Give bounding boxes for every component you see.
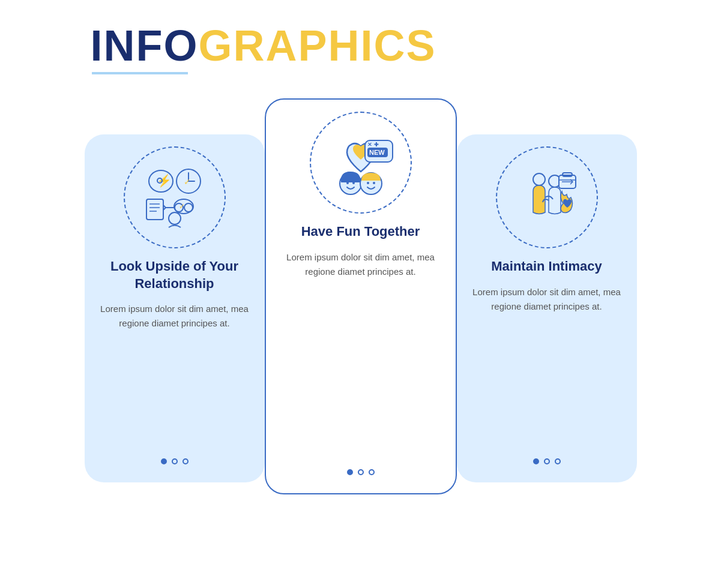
svg-text:✓: ✓ — [184, 177, 191, 187]
title-underline — [92, 72, 188, 74]
card3-icon — [508, 158, 586, 236]
card1-icon: ⚡ ✓ ✓ — [136, 158, 214, 236]
svg-point-20 — [346, 182, 349, 184]
svg-rect-5 — [146, 199, 163, 220]
dot-3 — [183, 458, 189, 464]
svg-point-24 — [373, 182, 375, 184]
svg-text:✓: ✓ — [179, 202, 185, 211]
card-look-upside: ⚡ ✓ ✓ — [85, 134, 265, 482]
dot-2 — [172, 458, 178, 464]
svg-text:NEW: NEW — [369, 149, 385, 156]
dot-1 — [347, 469, 353, 475]
svg-point-25 — [533, 173, 545, 185]
svg-point-14 — [169, 212, 181, 224]
title-graphics: GRAPHICS — [198, 22, 436, 70]
card-have-fun: ✕ ✚ NEW — [265, 98, 457, 494]
dot-3 — [555, 458, 561, 464]
card3-icon-circle — [496, 146, 598, 248]
page-header: INFOGRAPHICS — [91, 24, 631, 74]
card2-dots — [347, 469, 375, 475]
dot-1 — [161, 458, 167, 464]
dot-1 — [533, 458, 539, 464]
title-info: INFO — [91, 22, 199, 70]
dot-2 — [544, 458, 550, 464]
svg-point-12 — [184, 203, 193, 212]
card2-icon-circle: ✕ ✚ NEW — [310, 112, 412, 214]
card-maintain-intimacy: Maintain Intimacy Lorem ipsum dolor sit … — [457, 134, 637, 482]
dot-2 — [358, 469, 364, 475]
card3-title: Maintain Intimacy — [491, 258, 602, 275]
card2-icon: ✕ ✚ NEW — [322, 124, 400, 202]
cards-container: ⚡ ✓ ✓ — [31, 98, 691, 494]
card2-body: Lorem ipsum dolor sit dim amet, mea regi… — [280, 250, 441, 279]
svg-text:✕  ✚: ✕ ✚ — [367, 142, 379, 148]
card1-title: Look Upside of Your Relationship — [99, 258, 250, 292]
svg-text:⚡: ⚡ — [157, 173, 172, 188]
svg-point-23 — [367, 182, 369, 184]
card3-body: Lorem ipsum dolor sit dim amet, mea regi… — [471, 285, 623, 314]
card3-dots — [533, 458, 561, 464]
card1-icon-circle: ⚡ ✓ ✓ — [124, 146, 226, 248]
card1-dots — [161, 458, 189, 464]
card1-body: Lorem ipsum dolor sit dim amet, mea regi… — [99, 302, 250, 331]
svg-point-21 — [352, 182, 355, 184]
dot-3 — [369, 469, 375, 475]
card2-title: Have Fun Together — [301, 223, 420, 241]
main-title: INFOGRAPHICS — [91, 24, 631, 67]
